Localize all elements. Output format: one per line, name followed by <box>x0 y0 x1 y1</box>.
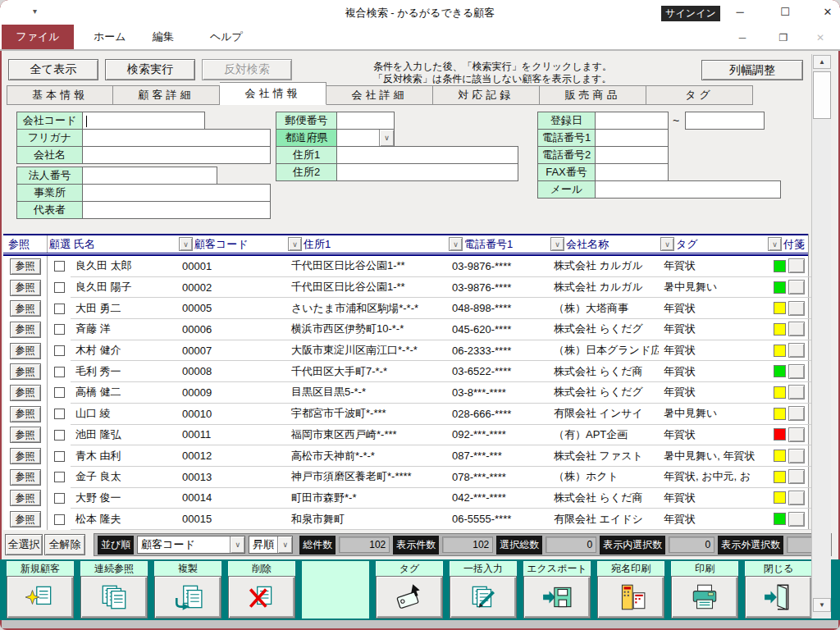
reg-date-from-input[interactable] <box>596 112 668 129</box>
minimize-icon[interactable]: ─ <box>726 3 754 21</box>
phone1-input[interactable] <box>596 130 668 146</box>
tab-会社詳細[interactable]: 会社詳細 <box>326 85 433 105</box>
sticky-note-button[interactable] <box>788 301 805 316</box>
row-checkbox[interactable] <box>54 387 65 398</box>
sticky-note-button[interactable] <box>788 427 805 442</box>
sort-direction-select[interactable]: 昇順 ∨ <box>249 536 293 554</box>
row-checkbox[interactable] <box>54 514 65 525</box>
row-checkbox[interactable] <box>54 324 65 335</box>
menu-help[interactable]: ヘルプ <box>199 25 254 49</box>
toolbar-button-印刷[interactable]: 印刷 <box>671 561 738 619</box>
sticky-note-button[interactable] <box>788 449 805 463</box>
ref-button[interactable]: 参照 <box>10 343 41 359</box>
reg-date-to-input[interactable] <box>686 112 764 129</box>
search-execute-button[interactable]: 検索実行 <box>105 59 195 80</box>
sticky-note-button[interactable] <box>788 491 805 505</box>
scroll-down-icon[interactable]: ▼ <box>813 598 831 612</box>
ref-button[interactable]: 参照 <box>10 258 41 275</box>
ref-button[interactable]: 参照 <box>10 490 41 506</box>
furigana-input[interactable] <box>83 130 270 146</box>
toolbar-button-新規顧客[interactable]: 新規顧客 <box>7 561 74 619</box>
tab-顧客詳細[interactable]: 顧客詳細 <box>113 85 220 105</box>
row-checkbox[interactable] <box>54 493 65 504</box>
row-checkbox[interactable] <box>54 409 65 419</box>
signin-button[interactable]: サインイン <box>661 6 720 21</box>
chevron-down-icon[interactable]: ∨ <box>230 536 244 553</box>
column-width-button[interactable]: 列幅調整 <box>701 60 803 80</box>
phone2-input[interactable] <box>596 147 668 163</box>
sticky-note-button[interactable] <box>788 406 805 421</box>
ref-button[interactable]: 参照 <box>10 427 41 443</box>
representative-input[interactable] <box>83 202 270 218</box>
filter-dropdown-icon[interactable]: ∨ <box>179 237 193 251</box>
vertical-scrollbar[interactable]: ▲ ▼ <box>811 54 831 619</box>
row-checkbox[interactable] <box>54 430 65 441</box>
restore-icon[interactable]: ❐ <box>771 30 796 46</box>
address2-input[interactable] <box>337 164 518 180</box>
filter-dropdown-icon[interactable]: ∨ <box>550 237 564 251</box>
scrollbar-thumb[interactable] <box>813 71 831 119</box>
prefecture-dropdown-button[interactable]: ∨ <box>379 130 394 146</box>
row-checkbox[interactable] <box>54 345 65 356</box>
sticky-note-button[interactable] <box>788 280 805 294</box>
sticky-note-button[interactable] <box>788 385 805 399</box>
company-name-input[interactable] <box>83 147 270 163</box>
row-checkbox[interactable] <box>54 282 65 293</box>
corporate-no-input[interactable] <box>83 167 217 184</box>
toolbar-button-一括入力[interactable]: 一括入力 <box>450 561 517 619</box>
toolbar-button-エクスポート[interactable]: エクスポート <box>523 561 591 619</box>
close-icon[interactable]: ✕ <box>814 3 840 21</box>
postal-code-input[interactable] <box>337 112 394 129</box>
tab-基本情報[interactable]: 基本情報 <box>7 85 113 105</box>
ref-button[interactable]: 参照 <box>10 406 41 422</box>
office-input[interactable] <box>83 185 270 201</box>
sort-field-select[interactable]: 顧客コード ∨ <box>137 536 245 554</box>
tab-会社情報[interactable]: 会社情報 <box>220 82 326 105</box>
ref-button[interactable]: 参照 <box>10 300 41 317</box>
address1-input[interactable] <box>337 147 518 163</box>
row-checkbox[interactable] <box>54 304 65 314</box>
row-checkbox[interactable] <box>54 451 65 462</box>
menu-home[interactable]: ホーム <box>82 25 138 49</box>
minimize-icon[interactable]: ─ <box>730 30 755 46</box>
menu-edit[interactable]: 編集 <box>141 25 185 49</box>
toolbar-button-削除[interactable]: 削除 <box>228 561 295 619</box>
toolbar-button-宛名印刷[interactable]: 宛名印刷 <box>597 561 664 619</box>
toolbar-button-タグ[interactable]: タグ <box>376 561 443 619</box>
scroll-up-icon[interactable]: ▲ <box>813 55 831 69</box>
filter-dropdown-icon[interactable]: ∨ <box>660 237 674 251</box>
filter-dropdown-icon[interactable]: ∨ <box>768 237 782 251</box>
sticky-note-button[interactable] <box>788 469 805 484</box>
ref-button[interactable]: 参照 <box>10 363 41 380</box>
row-checkbox[interactable] <box>54 367 65 377</box>
ref-button[interactable]: 参照 <box>10 511 41 527</box>
ref-button[interactable]: 参照 <box>10 280 41 296</box>
toolbar-button-連続参照[interactable]: 連続参照 <box>80 561 148 619</box>
mail-input[interactable] <box>596 181 780 198</box>
prefecture-input[interactable] <box>337 130 379 146</box>
company-code-input[interactable] <box>83 112 204 129</box>
filter-dropdown-icon[interactable]: ∨ <box>288 237 302 251</box>
sticky-note-button[interactable] <box>788 322 805 336</box>
chevron-down-icon[interactable]: ∨ <box>277 536 292 553</box>
tab-販売商品[interactable]: 販売商品 <box>540 85 646 105</box>
ref-button[interactable]: 参照 <box>10 322 41 338</box>
sticky-note-button[interactable] <box>788 364 805 379</box>
row-checkbox[interactable] <box>54 261 65 272</box>
sticky-note-button[interactable] <box>788 258 805 273</box>
toolbar-button-閉じる[interactable]: 閉じる <box>745 561 812 619</box>
ref-button[interactable]: 参照 <box>10 385 41 401</box>
filter-dropdown-icon[interactable]: ∨ <box>449 237 463 251</box>
fax-input[interactable] <box>596 164 668 180</box>
ref-button[interactable]: 参照 <box>10 469 41 486</box>
menu-file[interactable]: ファイル <box>2 25 74 49</box>
row-checkbox[interactable] <box>54 472 65 482</box>
select-all-button[interactable]: 全選択 <box>5 534 43 555</box>
maximize-icon[interactable]: ☐ <box>771 3 799 21</box>
ref-button[interactable]: 参照 <box>10 448 41 464</box>
show-all-button[interactable]: 全て表示 <box>8 59 98 80</box>
sticky-note-button[interactable] <box>788 512 805 527</box>
toolbar-button-複製[interactable]: 複製 <box>154 561 221 619</box>
sticky-note-button[interactable] <box>788 343 805 358</box>
clear-all-button[interactable]: 全解除 <box>44 534 85 555</box>
